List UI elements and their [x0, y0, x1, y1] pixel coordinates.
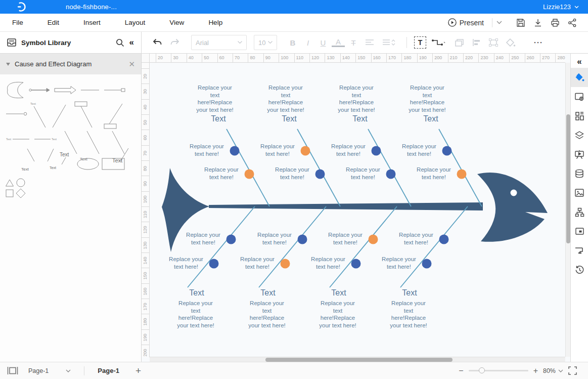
branch-title[interactable]: Text [387, 288, 432, 298]
cause-label[interactable]: Replace your text here! [376, 256, 422, 270]
branch-line[interactable] [259, 206, 326, 287]
menu-item-help[interactable]: Help [196, 19, 235, 26]
cause-label[interactable]: Replace your text here! [325, 143, 372, 157]
cause-dot[interactable] [351, 259, 361, 269]
add-page-button[interactable]: + [135, 365, 141, 376]
menu-item-layout[interactable]: Layout [113, 19, 158, 26]
cause-dot[interactable] [439, 235, 449, 244]
branch-line[interactable] [188, 206, 255, 287]
menu-item-edit[interactable]: Edit [35, 19, 71, 26]
branch-title[interactable]: Text [408, 114, 454, 123]
fill-style-button[interactable] [503, 35, 518, 50]
branch-title[interactable]: Text [316, 288, 361, 298]
branch-line[interactable] [400, 206, 468, 287]
cause-label[interactable]: Replace your text here! [234, 256, 281, 270]
cause-dot[interactable] [245, 170, 254, 179]
cause-dot[interactable] [301, 146, 310, 156]
branch-description[interactable]: Replace your text here!Replace your text… [308, 300, 367, 329]
cause-dot[interactable] [209, 259, 219, 269]
cause-label[interactable]: Replace your text here! [322, 231, 369, 246]
shape-line-circle[interactable] [6, 112, 27, 115]
fill-panel-button[interactable] [571, 68, 588, 87]
data-button[interactable] [571, 164, 588, 183]
shape-diag-label-1[interactable]: Text [60, 131, 77, 164]
font-color-button[interactable]: A [332, 38, 345, 47]
cause-dot[interactable] [372, 146, 381, 156]
branch-line[interactable] [330, 206, 397, 287]
text-style-button[interactable]: T [347, 38, 360, 47]
align-objects-button[interactable] [469, 35, 484, 50]
cause-label[interactable]: Replace your text here! [180, 231, 227, 246]
present-button[interactable]: Present [444, 18, 488, 27]
undo-button[interactable] [150, 35, 165, 50]
shape-diag-text-bottom-2[interactable]: Text [48, 149, 56, 170]
branch-title[interactable]: Text [245, 288, 291, 298]
shape-text-diagonal[interactable]: Text [30, 102, 46, 128]
save-button[interactable] [513, 16, 528, 29]
cause-dot[interactable] [386, 170, 396, 179]
shape-open-arrow[interactable] [55, 87, 76, 94]
shape-diag-label-2[interactable]: Text [80, 131, 99, 161]
font-size-select[interactable]: 10 [254, 35, 277, 50]
branch-description[interactable]: Replace your text here!Replace your text… [166, 300, 225, 329]
user-menu[interactable]: Lizzie123 [543, 3, 579, 11]
branch-description[interactable]: Replace your text here!Replace your text… [256, 84, 315, 113]
vertical-scrollbar-thumb[interactable] [566, 114, 570, 243]
page-tab[interactable]: Page-1 [98, 367, 119, 374]
font-family-select[interactable]: Arial [191, 35, 247, 50]
shape-line-endbox[interactable] [104, 89, 125, 92]
cause-label[interactable]: Replace your text here! [251, 231, 298, 246]
components-button[interactable] [571, 106, 588, 125]
cause-dot[interactable] [298, 235, 307, 244]
sitemap-button[interactable] [571, 202, 588, 222]
cause-dot[interactable] [369, 235, 378, 244]
fish-spine[interactable] [209, 202, 483, 210]
connector-style-button[interactable] [571, 241, 588, 260]
cause-label[interactable]: Replace your text here! [254, 143, 301, 157]
italic-button[interactable]: I [301, 38, 314, 47]
cause-label[interactable]: Replace your text here! [198, 166, 245, 181]
shape-square[interactable] [6, 190, 13, 197]
branch-description[interactable]: Replace your text here!Replace your text… [186, 84, 244, 113]
layers-button[interactable] [571, 125, 588, 145]
cause-dot[interactable] [227, 235, 236, 244]
cause-label[interactable]: Replace your text here! [163, 256, 209, 270]
zoom-slider[interactable] [469, 370, 528, 371]
bold-button[interactable]: B [286, 38, 299, 47]
shape-diagonal-up[interactable] [53, 105, 66, 128]
cause-label[interactable]: Replace your text here! [305, 256, 351, 270]
shape-main-arrow[interactable] [29, 89, 50, 92]
menu-item-file[interactable]: File [0, 19, 35, 26]
branch-description[interactable]: Replace your text here!Replace your text… [379, 300, 438, 329]
present-dropdown-icon[interactable] [496, 21, 502, 24]
shape-branch-box[interactable] [104, 104, 122, 129]
cause-dot[interactable] [422, 259, 432, 269]
cause-label[interactable]: Replace your text here! [340, 166, 386, 181]
page-settings-button[interactable] [571, 87, 588, 106]
branch-description[interactable]: Replace your text here!Replace your text… [398, 84, 457, 113]
print-button[interactable] [548, 16, 563, 29]
zoom-level[interactable]: 80% [543, 367, 563, 374]
branch-title[interactable]: Text [337, 114, 383, 123]
shape-fish-frame[interactable] [7, 82, 23, 98]
collapse-library-icon[interactable]: « [129, 37, 134, 48]
more-tools-button[interactable]: ⋯ [533, 37, 543, 48]
align-text-button[interactable] [362, 35, 377, 50]
menu-item-insert[interactable]: Insert [71, 19, 113, 26]
horizontal-scrollbar-thumb[interactable] [265, 358, 453, 362]
pages-panel-icon[interactable] [7, 367, 18, 374]
cause-label[interactable]: Replace your text here! [184, 143, 230, 157]
bring-forward-button[interactable] [451, 35, 467, 50]
branch-title[interactable]: Text [174, 288, 219, 298]
branch-title[interactable]: Text [266, 114, 312, 123]
branch-description[interactable]: Replace your text here!Replace your text… [238, 300, 296, 329]
zoom-out-button[interactable]: − [459, 366, 463, 375]
line-spacing-button[interactable] [379, 35, 399, 50]
section-collapse-icon[interactable] [6, 63, 10, 66]
frames-button[interactable] [571, 222, 588, 241]
branch-description[interactable]: Replace your text here!Replace your text… [327, 84, 386, 113]
menu-item-view[interactable]: View [157, 19, 196, 26]
library-section-header[interactable]: Cause and Effect Diagram ✕ [0, 54, 141, 74]
canvas[interactable]: 2030405060708090100110120130140150160170… [142, 54, 570, 362]
cause-label[interactable]: Replace your text here! [269, 166, 315, 181]
